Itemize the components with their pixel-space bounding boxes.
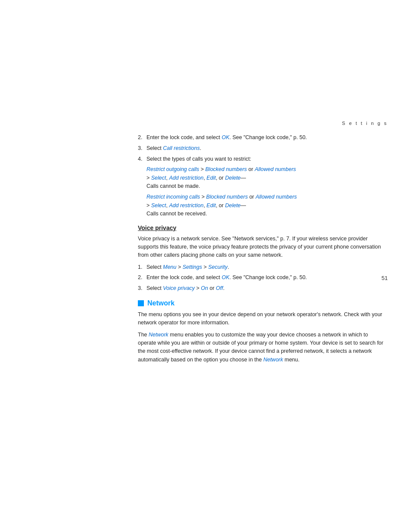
- voice-privacy-heading: Voice privacy: [138, 224, 388, 231]
- network-para2-end: menu.: [283, 357, 299, 363]
- vp-step-content-1: Select Menu > Settings > Security.: [146, 263, 388, 271]
- network-heading: Network: [147, 299, 174, 307]
- network-link-1[interactable]: Network: [149, 332, 168, 338]
- add-restriction-link-2[interactable]: Add restriction: [169, 202, 203, 208]
- step-content-4: Select the types of calls you want to re…: [146, 155, 388, 163]
- vp-step-number-2: 2.: [138, 274, 146, 282]
- page-container: S e t t i n g s 2. Enter the lock code, …: [0, 0, 411, 532]
- step-content-3: Select Call restrictions.: [146, 144, 388, 152]
- step-2: 2. Enter the lock code, and select OK. S…: [138, 134, 388, 142]
- step-number-4: 4.: [138, 155, 146, 163]
- vp-step-content-2: Enter the lock code, and select OK. See …: [146, 274, 388, 282]
- security-link[interactable]: Security: [208, 264, 227, 270]
- settings-header: S e t t i n g s: [138, 121, 388, 126]
- network-paragraph-1: The menu options you see in your device …: [138, 311, 388, 327]
- ok-link-1[interactable]: OK: [221, 134, 229, 140]
- vp-step-number-3: 3.: [138, 284, 146, 292]
- network-link-2[interactable]: Network: [263, 357, 283, 363]
- restrict-outgoing-link[interactable]: Restrict outgoing calls: [146, 166, 199, 172]
- delete-link-1[interactable]: Delete: [225, 175, 240, 181]
- restrict-incoming-block: Restrict incoming calls > Blocked number…: [146, 193, 388, 218]
- blocked-numbers-link-1[interactable]: Blocked numbers: [206, 166, 247, 172]
- call-restrictions-link[interactable]: Call restrictions: [163, 145, 199, 151]
- menu-link[interactable]: Menu: [163, 264, 176, 270]
- select-link-2[interactable]: Select: [151, 202, 166, 208]
- vp-step-1: 1. Select Menu > Settings > Security.: [138, 263, 388, 271]
- calls-cannot-be-received: Calls cannot be received.: [146, 211, 207, 217]
- select-link-1[interactable]: Select: [151, 175, 166, 181]
- delete-link-2[interactable]: Delete: [225, 202, 240, 208]
- step-content-2: Enter the lock code, and select OK. See …: [146, 134, 388, 142]
- step-number-3: 3.: [138, 144, 146, 152]
- edit-link-2[interactable]: Edit: [206, 202, 216, 208]
- edit-link-1[interactable]: Edit: [206, 175, 216, 181]
- network-para2-mid: menu enables you to customize the way yo…: [138, 332, 383, 363]
- ok-link-2[interactable]: OK: [221, 274, 229, 280]
- settings-link[interactable]: Settings: [183, 264, 202, 270]
- blocked-numbers-link-2[interactable]: Blocked numbers: [206, 194, 248, 200]
- voice-privacy-paragraph: Voice privacy is a network service. See …: [138, 235, 388, 260]
- add-restriction-link-1[interactable]: Add restriction: [169, 175, 203, 181]
- voice-privacy-link[interactable]: Voice privacy: [163, 285, 195, 291]
- network-blue-square-icon: [138, 300, 144, 306]
- allowed-numbers-link-2[interactable]: Allowed numbers: [255, 194, 297, 200]
- restrict-outgoing-block: Restrict outgoing calls > Blocked number…: [146, 165, 388, 190]
- vp-step-3: 3. Select Voice privacy > On or Off.: [138, 284, 388, 292]
- content-area: S e t t i n g s 2. Enter the lock code, …: [138, 121, 388, 367]
- step-number-2: 2.: [138, 134, 146, 142]
- step-3: 3. Select Call restrictions.: [138, 144, 388, 152]
- network-paragraph-2: The Network menu enables you to customiz…: [138, 331, 388, 364]
- calls-cannot-be-made: Calls cannot be made.: [146, 183, 200, 189]
- vp-step-2: 2. Enter the lock code, and select OK. S…: [138, 274, 388, 282]
- vp-step-content-3: Select Voice privacy > On or Off.: [146, 284, 388, 292]
- on-link[interactable]: On: [201, 285, 208, 291]
- allowed-numbers-link-1[interactable]: Allowed numbers: [255, 166, 296, 172]
- step-4: 4. Select the types of calls you want to…: [138, 155, 388, 163]
- restrict-incoming-link[interactable]: Restrict incoming calls: [146, 194, 200, 200]
- network-heading-row: Network: [138, 299, 388, 307]
- off-link[interactable]: Off: [216, 285, 223, 291]
- page-number: 51: [382, 275, 388, 281]
- network-para2-start: The: [138, 332, 149, 338]
- vp-step-number-1: 1.: [138, 263, 146, 271]
